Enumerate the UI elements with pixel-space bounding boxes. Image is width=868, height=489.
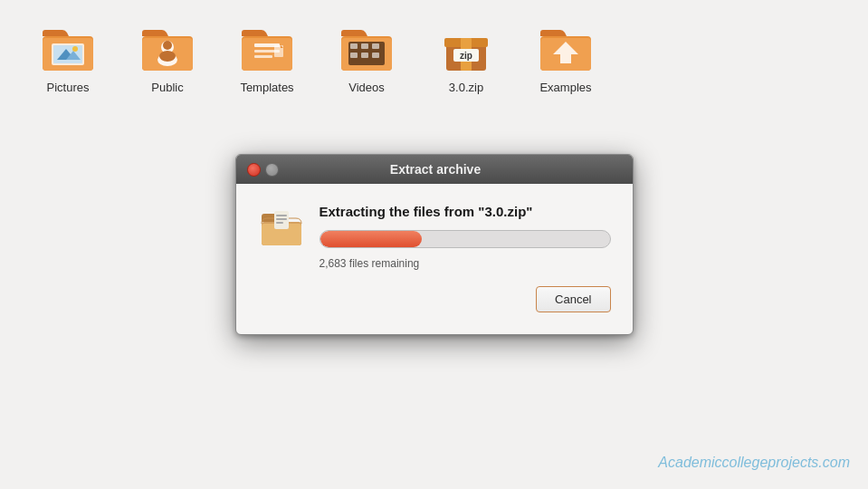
- dialog-text-area: Extracting the files from "3.0.zip" 2,68…: [320, 202, 611, 270]
- modal-overlay: Extract archive: [0, 0, 868, 489]
- dialog-title: Extract archive: [286, 162, 586, 177]
- svg-rect-40: [276, 218, 287, 220]
- extract-dialog: Extract archive: [235, 154, 634, 335]
- dialog-actions: Cancel: [258, 283, 611, 316]
- cancel-button[interactable]: Cancel: [536, 286, 610, 312]
- dialog-titlebar: Extract archive: [236, 155, 633, 184]
- progress-bar-fill: [320, 231, 422, 247]
- extract-archive-icon: [258, 202, 305, 249]
- dialog-content-row: Extracting the files from "3.0.zip" 2,68…: [258, 202, 611, 270]
- dialog-body: Extracting the files from "3.0.zip" 2,68…: [236, 184, 633, 334]
- close-button[interactable]: [247, 163, 261, 177]
- dialog-main-text: Extracting the files from "3.0.zip": [320, 202, 611, 221]
- minimize-button[interactable]: [265, 163, 279, 177]
- titlebar-buttons: [247, 163, 279, 177]
- progress-bar-container: [320, 230, 611, 248]
- svg-rect-39: [276, 215, 287, 216]
- svg-rect-41: [276, 222, 283, 224]
- files-remaining-text: 2,683 files remaining: [320, 257, 611, 270]
